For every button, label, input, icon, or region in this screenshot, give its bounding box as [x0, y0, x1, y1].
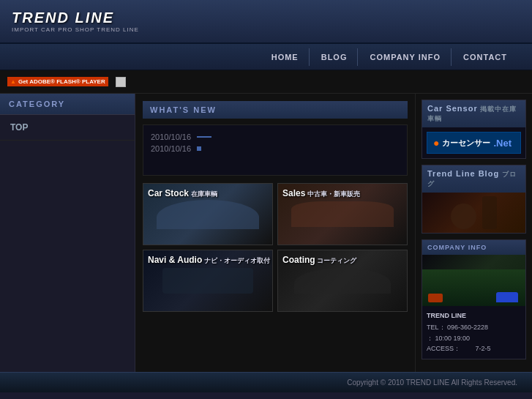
carsensor-net-text: .Net	[493, 138, 512, 149]
nav-company-info[interactable]: COMPANY INFO	[359, 48, 452, 66]
card-car-stock-label: Car Stock 在庫車輌	[148, 188, 217, 199]
navbar: HOME BLOG COMPANY INFO CONTACT	[0, 44, 532, 70]
blog-widget-header: Trend Line Blog ブログ	[422, 165, 525, 193]
sales-car-shape	[291, 201, 394, 227]
logo-area: TREND LINE IMPORT CAR PRO SHOP TREND LIN…	[12, 10, 139, 33]
card-sales-label: Sales 中古車・新車販売	[282, 188, 360, 199]
flash-bar: ▲ Get ADOBE® FLASH® PLAYER	[0, 70, 532, 94]
carsensor-header-en: Car Sensor	[427, 104, 478, 113]
company-car-red	[428, 294, 443, 302]
main-layout: CATEGORY TOP WHAT'S NEW 2010/10/16 2010/…	[0, 94, 532, 372]
car-silhouette	[157, 200, 260, 229]
news-line-1	[197, 136, 211, 138]
card-car-stock-label-en: Car Stock	[148, 188, 189, 198]
widget-blog: Trend Line Blog ブログ	[422, 165, 526, 234]
card-coating-label: Coating コーティング	[282, 255, 356, 266]
flash-close-box[interactable]	[116, 77, 126, 87]
news-area: 2010/10/16 2010/10/16	[143, 124, 408, 176]
company-hours-label: ：	[427, 335, 433, 342]
carsensor-widget-header: Car Sensor 掲載中在庫車輌	[422, 100, 525, 127]
company-widget-image	[422, 255, 525, 306]
company-info-text: TREND LINE TEL： 096-360-2228 ： 10:00 19:…	[422, 306, 525, 359]
news-date-1: 2010/10/16	[151, 133, 191, 141]
company-address: 7-2-5	[462, 345, 491, 352]
card-navi-label: Navi & Audio ナビ・オーディオ取付	[148, 255, 270, 266]
carsensor-logo-icon: ●	[433, 137, 439, 149]
nav-blog[interactable]: BLOG	[311, 48, 359, 66]
news-date-2: 2010/10/16	[151, 144, 191, 153]
blog-image-content	[451, 196, 497, 229]
category-header: CATEGORY	[0, 94, 135, 115]
news-item-1: 2010/10/16	[151, 133, 400, 141]
footer: Copyright © 2010 TREND LINE All Rights R…	[0, 372, 532, 392]
flash-icon: ▲	[10, 78, 16, 85]
card-navi-label-jp: ナビ・オーディオ取付	[204, 257, 270, 264]
company-tel-value: 096-360-2228	[447, 324, 488, 331]
company-hours: ： 10:00 19:00	[427, 333, 521, 343]
card-car-stock[interactable]: Car Stock 在庫車輌	[143, 183, 273, 245]
card-sales-label-en: Sales	[282, 188, 305, 198]
company-tel-label: TEL：	[427, 324, 446, 331]
blog-animal-shape	[451, 204, 476, 229]
news-dot-2	[197, 146, 201, 151]
card-grid: Car Stock 在庫車輌 Sales 中古車・新車販売	[143, 183, 408, 312]
right-sidebar: Car Sensor 掲載中在庫車輌 ● カーセンサー .Net Trend L…	[415, 94, 532, 372]
blog-widget-image[interactable]	[422, 193, 525, 233]
flash-badge[interactable]: ▲ Get ADOBE® FLASH® PLAYER	[7, 77, 108, 86]
card-navi-label-en: Navi & Audio	[148, 255, 202, 265]
card-sales-label-jp: 中古車・新車販売	[307, 190, 360, 198]
logo-subtitle: IMPORT CAR PRO SHOP TREND LINE	[12, 26, 139, 33]
news-item-2: 2010/10/16	[151, 144, 400, 153]
content-area: WHAT'S NEW 2010/10/16 2010/10/16 Car Sto…	[135, 94, 415, 372]
card-coating[interactable]: Coating コーティング	[277, 250, 408, 312]
header: TREND LINE IMPORT CAR PRO SHOP TREND LIN…	[0, 0, 532, 44]
card-coating-label-jp: コーティング	[317, 257, 356, 264]
card-sales[interactable]: Sales 中古車・新車販売	[277, 183, 408, 245]
whats-new-header: WHAT'S NEW	[143, 101, 408, 119]
company-car-mini	[496, 292, 518, 302]
carsensor-logo[interactable]: ● カーセンサー .Net	[427, 132, 521, 154]
company-widget-header: COMPANY INFO	[422, 240, 525, 255]
copyright-text: Copyright © 2010 TREND LINE All Rights R…	[347, 379, 517, 387]
flash-badge-text: Get ADOBE® FLASH® PLAYER	[18, 78, 105, 85]
company-access: ACCESS： 7-2-5	[427, 343, 521, 354]
company-access-label: ACCESS：	[427, 345, 460, 352]
nav-contact[interactable]: CONTACT	[453, 48, 517, 66]
navi-screen-shape	[162, 268, 252, 294]
card-car-stock-label-jp: 在庫車輌	[191, 190, 217, 198]
coating-car-shape	[294, 268, 391, 294]
card-navi-audio[interactable]: Navi & Audio ナビ・オーディオ取付	[143, 250, 273, 312]
blog-animal-body	[482, 196, 497, 229]
carsensor-logo-text: カーセンサー	[442, 138, 490, 149]
company-name: TREND LINE	[427, 310, 521, 321]
sidebar: CATEGORY TOP	[0, 94, 135, 372]
logo-title: TREND LINE	[12, 10, 139, 26]
carsensor-widget-body: ● カーセンサー .Net	[422, 127, 525, 158]
blog-header-en: Trend Line Blog	[427, 169, 499, 178]
widget-carsensor: Car Sensor 掲載中在庫車輌 ● カーセンサー .Net	[422, 100, 526, 159]
card-coating-label-en: Coating	[282, 255, 315, 265]
company-tel: TEL： 096-360-2228	[427, 322, 521, 332]
nav-home[interactable]: HOME	[261, 48, 310, 66]
widget-company: COMPANY INFO TREND LINE TEL： 096-360-222…	[422, 239, 526, 359]
company-hours-value: 10:00 19:00	[435, 335, 471, 342]
sidebar-top-item[interactable]: TOP	[0, 115, 135, 141]
